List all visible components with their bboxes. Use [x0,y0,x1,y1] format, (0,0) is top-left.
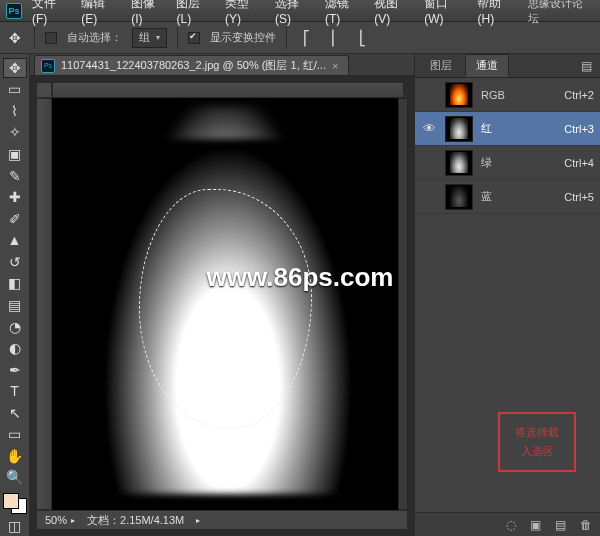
doc-info-value: 2.15M/4.13M [120,514,184,526]
tab-layers[interactable]: 图层 [419,54,463,77]
document-tab[interactable]: Ps 11074431_122403780263_2.jpg @ 50% (图层… [34,55,349,75]
titlebar-brand: 思缘设计论坛 [528,0,594,26]
history-brush-tool[interactable]: ↺ [3,252,27,272]
canvas[interactable] [52,98,398,510]
align-icon-2[interactable]: ⎢ [325,29,343,47]
auto-select-label: 自动选择： [67,30,122,45]
document-title: 11074431_122403780263_2.jpg @ 50% (图层 1,… [61,58,326,73]
menu-edit[interactable]: 编辑(E) [81,0,121,26]
align-icon-3[interactable]: ⎣ [353,29,371,47]
channel-row-red[interactable]: 👁 红 Ctrl+3 [415,112,600,146]
chevron-down-icon: ▾ [156,33,160,42]
heal-tool[interactable]: ✚ [3,187,27,207]
fg-color-swatch[interactable] [3,493,19,509]
new-channel-icon[interactable]: ▤ [555,518,566,532]
align-icon-1[interactable]: ⎡ [297,29,315,47]
menu-window[interactable]: 窗口(W) [424,0,467,26]
path-select-tool[interactable]: ↖ [3,403,27,423]
channel-thumb [445,184,473,210]
stamp-tool[interactable]: ▲ [3,231,27,251]
image-content [52,98,398,510]
load-selection-icon[interactable]: ◌ [506,518,516,532]
tab-channels[interactable]: 通道 [465,54,509,77]
zoom-level[interactable]: 50% [45,514,67,526]
status-chevron-icon[interactable]: ▸ [196,516,200,525]
annotation-line2: 入选区 [521,444,554,459]
move-tool[interactable]: ✥ [3,58,27,78]
auto-select-value: 组 [139,30,150,45]
doc-icon: Ps [41,59,55,73]
doc-info-label: 文档： [87,514,120,526]
color-swatches[interactable] [3,493,27,514]
chevron-icon[interactable]: ▸ [71,516,75,525]
ruler-vertical[interactable] [36,98,52,510]
channel-thumb [445,82,473,108]
crop-tool[interactable]: ▣ [3,144,27,164]
save-selection-icon[interactable]: ▣ [530,518,541,532]
visibility-toggle[interactable] [421,189,437,205]
channel-name: 蓝 [481,189,556,204]
close-tab-icon[interactable]: × [332,60,338,72]
auto-select-checkbox[interactable] [45,32,57,44]
dodge-tool[interactable]: ◐ [3,338,27,358]
zoom-tool[interactable]: 🔍 [3,468,27,488]
shape-tool[interactable]: ▭ [3,425,27,445]
marquee-tool[interactable]: ▭ [3,80,27,100]
visibility-toggle[interactable]: 👁 [421,121,437,137]
menu-view[interactable]: 视图(V) [374,0,414,26]
menu-select[interactable]: 选择(S) [275,0,315,26]
menu-layer[interactable]: 图层(L) [176,0,215,26]
menu-image[interactable]: 图像(I) [131,0,166,26]
status-bar: 50% ▸ 文档：2.15M/4.13M ▸ [36,510,408,530]
channel-thumb [445,150,473,176]
ruler-corner [36,82,52,98]
panel-menu-icon[interactable]: ▤ [577,59,596,73]
menu-type[interactable]: 类型(Y) [225,0,265,26]
channel-thumb [445,116,473,142]
channel-shortcut: Ctrl+4 [564,157,594,169]
channel-row-green[interactable]: 绿 Ctrl+4 [415,146,600,180]
brush-tool[interactable]: ✐ [3,209,27,229]
channel-name: RGB [481,89,556,101]
show-transform-checkbox[interactable] [188,32,200,44]
hand-tool[interactable]: ✋ [3,446,27,466]
annotation-box: 将选择载 入选区 [498,412,576,472]
auto-select-combo[interactable]: 组 ▾ [132,28,167,48]
scrollbar-vertical[interactable] [398,98,408,510]
channels-list: RGB Ctrl+2 👁 红 Ctrl+3 绿 Ctrl+4 蓝 Ctrl+5 [415,78,600,214]
lasso-tool[interactable]: ⌇ [3,101,27,121]
eyedropper-tool[interactable]: ✎ [3,166,27,186]
show-transform-label: 显示变换控件 [210,30,276,45]
app-logo: Ps [6,3,22,19]
channel-row-blue[interactable]: 蓝 Ctrl+5 [415,180,600,214]
selection-marquee [139,189,312,428]
quickmask-toggle[interactable]: ◫ [3,516,27,536]
channel-shortcut: Ctrl+5 [564,191,594,203]
type-tool[interactable]: T [3,381,27,401]
blur-tool[interactable]: ◔ [3,317,27,337]
channel-name: 绿 [481,155,556,170]
move-tool-icon: ✥ [6,29,24,47]
channel-row-rgb[interactable]: RGB Ctrl+2 [415,78,600,112]
gradient-tool[interactable]: ▤ [3,295,27,315]
eraser-tool[interactable]: ◧ [3,274,27,294]
delete-channel-icon[interactable]: 🗑 [580,518,592,532]
channel-shortcut: Ctrl+3 [564,123,594,135]
visibility-toggle[interactable] [421,87,437,103]
tools-panel: ✥ ▭ ⌇ ✧ ▣ ✎ ✚ ✐ ▲ ↺ ◧ ▤ ◔ ◐ ✒ T ↖ ▭ ✋ 🔍 … [0,54,30,536]
ruler-horizontal[interactable] [52,82,404,98]
visibility-toggle[interactable] [421,155,437,171]
annotation-line1: 将选择载 [515,425,559,440]
wand-tool[interactable]: ✧ [3,123,27,143]
menu-help[interactable]: 帮助(H) [477,0,518,26]
menu-filter[interactable]: 滤镜(T) [325,0,364,26]
channel-name: 红 [481,121,556,136]
pen-tool[interactable]: ✒ [3,360,27,380]
menu-file[interactable]: 文件(F) [32,0,71,26]
channel-shortcut: Ctrl+2 [564,89,594,101]
